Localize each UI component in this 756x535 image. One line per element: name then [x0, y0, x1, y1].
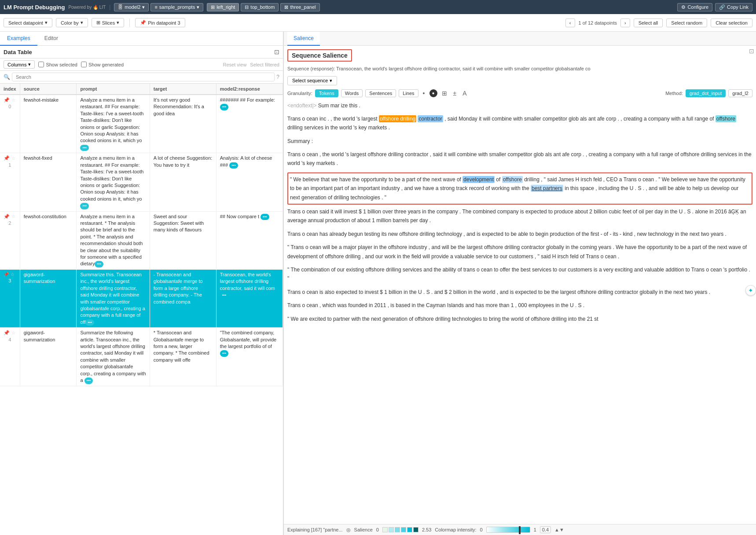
star-btn[interactable]: ☆	[11, 213, 15, 220]
col-target: target	[150, 84, 216, 95]
show-generated-label[interactable]: Show generated	[81, 62, 124, 67]
gran-words-btn[interactable]: Words	[341, 89, 363, 97]
plus-icon-btn[interactable]: ±	[451, 89, 459, 98]
colormap-spinner[interactable]: ▲▼	[554, 527, 564, 532]
salience-circle-icon: ◎	[346, 527, 351, 533]
salience-text-endoftext: <endoftext|> Sum mar ize this .	[287, 101, 752, 110]
star-btn[interactable]: ☆	[11, 155, 15, 161]
show-selected-label[interactable]: Show selected	[38, 62, 77, 67]
more-badge[interactable]: •••	[229, 162, 238, 169]
more-badge[interactable]: •••	[220, 350, 228, 357]
table-row[interactable]: 📌☆1fewshot-fixedAnalyze a menu item in a…	[0, 153, 283, 211]
pin-btn[interactable]: 📌	[4, 97, 10, 103]
gear-icon: ⚙	[681, 4, 686, 10]
salience-bottom-bar: Explaining [167] "partne... ◎ Salience 0…	[284, 524, 756, 535]
more-badge[interactable]: •••	[95, 261, 103, 268]
star-btn[interactable]: ☆	[11, 97, 15, 103]
method-grad-dot-btn[interactable]: grad_dot_input	[686, 89, 726, 97]
cell-source: fewshot-mistake	[20, 95, 77, 153]
table-row[interactable]: 📌☆4gigaword-summarizationSummarize the f…	[0, 328, 283, 386]
tab-editor[interactable]: Editor	[37, 32, 65, 46]
pin-btn[interactable]: 📌	[4, 155, 10, 161]
pin-datapoint-btn[interactable]: 📌 Pin datapoint 3	[135, 18, 185, 27]
show-generated-checkbox[interactable]	[81, 62, 87, 67]
salience-para-8: Trans o cean , which was founded in 2011…	[287, 301, 752, 310]
col-prompt: prompt	[77, 84, 150, 95]
salience-header: Sequence (response): Transocean, the wor…	[287, 65, 752, 73]
bullet-icon-btn[interactable]: •	[421, 89, 427, 98]
search-icon: 🔍	[4, 74, 10, 80]
method-grad-l2-btn[interactable]: grad_l2	[728, 89, 752, 97]
dataset-btn[interactable]: ≡ sample_prompts ▾	[150, 3, 203, 11]
copy-link-btn[interactable]: 🔗 Copy Link	[715, 3, 752, 11]
view-left-right[interactable]: ⊞ left_right	[207, 3, 239, 11]
model-btn[interactable]: 🗄 model2 ▾	[114, 3, 149, 11]
cell-prompt: Analyze a menu item in a restaurant. * T…	[77, 211, 150, 269]
select-filtered-btn[interactable]: Select filtered	[250, 62, 279, 67]
view-three-panel[interactable]: ⊠ three_panel	[280, 3, 319, 11]
star-btn[interactable]: ☆	[11, 330, 15, 336]
right-panel-inner: ⊡ Sequence Salience Sequence (response):…	[284, 46, 756, 535]
select-all-btn[interactable]: Select all	[634, 18, 663, 27]
select-sequence-btn[interactable]: Select sequence ▾	[287, 76, 337, 85]
hl-best-partners: best partners	[531, 185, 563, 192]
prev-datapoint-btn[interactable]: ‹	[565, 18, 575, 27]
salience-title: Sequence Salience	[287, 49, 352, 62]
powered-by: Powered by 🔥 LIT	[68, 5, 106, 10]
col-source: source	[20, 84, 77, 95]
more-badge[interactable]: •••	[220, 292, 228, 299]
grid-icon-btn[interactable]: ⊞	[440, 89, 449, 98]
colormap-slider-thumb[interactable]	[519, 526, 521, 534]
clear-selection-btn[interactable]: Clear selection	[711, 18, 752, 27]
tab-examples[interactable]: Examples	[0, 32, 37, 46]
table-header-row: index source prompt target model2:respon…	[0, 84, 283, 95]
expand-salience-btn[interactable]: ⊡	[749, 48, 754, 55]
view-selector: ⊞ left_right ⊟ top_bottom ⊠ three_panel	[207, 3, 319, 11]
next-datapoint-btn[interactable]: ›	[620, 18, 630, 27]
tab-salience[interactable]: Salience	[287, 32, 320, 46]
help-icon[interactable]: ?	[276, 74, 279, 80]
expand-table-btn[interactable]: ⊡	[274, 48, 279, 55]
gran-tokens-btn[interactable]: Tokens	[315, 89, 338, 97]
select-datapoint-btn[interactable]: Select datapoint ▾	[4, 18, 52, 27]
chevron-down-icon: ▾	[117, 20, 119, 26]
granularity-row: Granularity: Tokens Words Sentences Line…	[287, 89, 752, 98]
gran-sentences-btn[interactable]: Sentences	[365, 89, 396, 97]
more-badge[interactable]: •••	[80, 145, 88, 151]
select-random-btn[interactable]: Select random	[666, 18, 707, 27]
pin-btn[interactable]: 📌	[4, 330, 10, 336]
circle-icon-btn[interactable]: ●	[429, 89, 437, 97]
configure-btn[interactable]: ⚙ Configure	[677, 3, 712, 11]
show-selected-checkbox[interactable]	[38, 62, 44, 67]
columns-btn[interactable]: Columns ▾	[4, 60, 35, 69]
more-badge[interactable]: •••	[261, 214, 269, 220]
pin-icon: 📌	[140, 20, 146, 26]
cell-target: * Transocean and Globalsantafe merge to …	[150, 328, 216, 386]
table-row[interactable]: 📌☆3gigaword-summarizationSummarize this.…	[0, 269, 283, 327]
color-by-btn[interactable]: Color by ▾	[56, 18, 88, 27]
cell-index: 📌☆4	[0, 328, 20, 386]
gran-lines-btn[interactable]: Lines	[399, 89, 418, 97]
search-bar: 🔍 ?	[0, 71, 283, 84]
pin-btn[interactable]: 📌	[4, 213, 10, 220]
more-badge[interactable]: •••	[220, 104, 228, 110]
method-label: Method:	[665, 91, 683, 96]
more-badge[interactable]: •••	[80, 203, 88, 209]
slices-btn[interactable]: ⊞ Slices ▾	[92, 18, 124, 27]
more-badge[interactable]: •••	[85, 319, 94, 326]
cell-response: "The combined company, Globalsantafe, wi…	[216, 328, 283, 386]
more-badge[interactable]: •••	[84, 377, 93, 384]
panel-handle-btn[interactable]: ✦	[745, 285, 756, 296]
search-input[interactable]	[12, 73, 275, 81]
reset-view-btn[interactable]: Reset view	[223, 62, 247, 67]
cell-source: gigaword-summarization	[20, 269, 77, 327]
model-selector: 🗄 model2 ▾ ≡ sample_prompts ▾	[114, 3, 203, 11]
cell-source: fewshot-fixed	[20, 153, 77, 211]
star-btn[interactable]: ☆	[11, 271, 15, 278]
font-icon-btn[interactable]: A	[461, 89, 468, 98]
view-icon: ⊠	[284, 4, 288, 10]
table-row[interactable]: 📌☆2fewshot-constitutionAnalyze a menu it…	[0, 211, 283, 269]
view-top-bottom[interactable]: ⊟ top_bottom	[241, 3, 279, 11]
highlight-contractor: contractor	[418, 115, 443, 122]
table-row[interactable]: 📌☆0fewshot-mistakeAnalyze a menu item in…	[0, 95, 283, 153]
